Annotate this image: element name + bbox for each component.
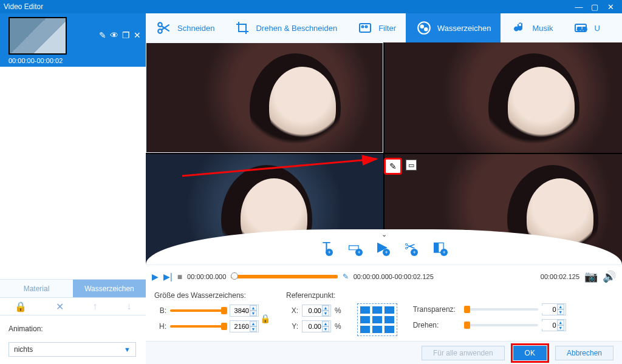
footer: Für alle anwenden OK Abbrechen [146,341,622,364]
arrow-down-icon[interactable]: ↓ [126,301,131,312]
toolbar-cut[interactable]: Schneiden [146,13,224,42]
spin-down-icon[interactable]: ▼ [250,311,257,316]
anchor-br[interactable] [384,326,394,333]
preview-cell-top-left[interactable] [146,42,383,153]
toolbar-subtitle[interactable]: SUB U [562,13,609,42]
add-text-button[interactable]: T+ [323,239,330,255]
edit-marker-icon[interactable]: ✎ [343,272,349,281]
toolbar-rotate-crop[interactable]: Drehen & Beschneiden [224,13,347,42]
rotate-input[interactable]: ▲▼ [542,319,566,331]
toolbar-filter[interactable]: Filter [347,13,406,42]
subtitle-icon: SUB [572,19,589,36]
anchor-tl[interactable] [360,306,370,314]
delete-icon[interactable]: ✕ [134,30,141,40]
spin-up-icon[interactable]: ▲ [322,305,329,311]
spin-up-icon[interactable]: ▲ [322,321,329,326]
timeline-range: 00:00:00.000-00:00:02.125 [354,273,434,280]
main-toolbar: Schneiden Drehen & Beschneiden Filter Wa… [146,13,622,42]
anchor-grid-group [357,291,397,336]
preview-cell-top-right[interactable] [384,42,622,153]
watermark-edit-handle[interactable]: ✎ [384,158,402,175]
maximize-button[interactable]: ▢ [587,2,603,12]
transparency-slider[interactable] [465,308,538,311]
close-button[interactable]: ✕ [603,2,618,12]
add-shape-button[interactable]: ✂+ [405,239,415,255]
x-unit: % [335,306,341,315]
add-effect-button[interactable]: ◧+ [432,239,445,255]
spin-up-icon[interactable]: ▲ [557,320,564,325]
reference-group: Referenzpunkt: X: ▲▼ % Y: ▲▼ % [286,291,341,332]
watermark-controls: Größe des Wasserzeichens: B: ▲▼ H: ▲▼ [146,288,622,341]
arrow-up-icon[interactable]: ↑ [92,301,97,312]
svg-point-3 [362,26,364,28]
spin-up-icon[interactable]: ▲ [557,304,564,309]
sidebar-toolbar: 🔒 ✕ ↑ ↓ [0,297,146,315]
anchor-mr[interactable] [384,316,394,323]
stop-button[interactable]: ■ [177,272,182,281]
y-input[interactable]: ▲▼ [302,320,331,332]
svg-point-4 [366,26,367,28]
svg-point-7 [425,28,427,30]
titlebar: Video Editor — ▢ ✕ [0,0,622,13]
clip-thumbnail[interactable] [9,17,67,55]
spin-down-icon[interactable]: ▼ [557,325,564,331]
lock-aspect-icon[interactable]: 🔒 [260,314,270,323]
timeline-playhead[interactable] [231,272,238,280]
lock-icon[interactable]: 🔒 [15,301,27,312]
timeline-start: 00:00:00.000 [187,273,226,280]
size-group: Größe des Wasserzeichens: B: ▲▼ H: ▲▼ [154,291,270,332]
anchor-grid[interactable] [357,303,397,336]
spin-down-icon[interactable]: ▼ [322,326,329,332]
tab-watermark[interactable]: Wasserzeichen [73,279,146,297]
anchor-bc[interactable] [372,326,382,333]
clip-time-range: 00:00:00-00:00:02 [9,57,63,64]
anchor-tr[interactable] [384,306,394,314]
watermark-image-handle[interactable]: ▭ [406,160,417,170]
eye-icon[interactable]: 👁 [110,30,118,40]
rotate-slider[interactable] [465,324,538,326]
copy-icon[interactable]: ❐ [122,30,130,40]
clip-thumbnail-row: ✎ 👁 ❐ ✕ 00:00:00-00:00:02 [0,13,146,67]
cancel-button[interactable]: Abbrechen [555,346,613,360]
spin-up-icon[interactable]: ▲ [250,305,257,311]
height-input[interactable]: ▲▼ [230,320,259,332]
minimize-button[interactable]: — [571,2,587,12]
camera-icon[interactable]: 📷 [584,270,598,283]
app-title: Video Editor [4,2,43,11]
width-input[interactable]: ▲▼ [230,305,259,317]
pencil-icon[interactable]: ✎ [99,30,106,40]
scissors-icon [156,19,173,36]
spin-up-icon[interactable]: ▲ [250,321,257,326]
anchor-bl[interactable] [360,326,370,333]
svg-point-5 [418,22,430,34]
size-label: Größe des Wasserzeichens: [154,291,270,300]
spin-down-icon[interactable]: ▼ [322,311,329,316]
y-unit: % [335,322,341,331]
ok-button[interactable]: OK [513,346,547,360]
toolbar-watermark[interactable]: Wasserzeichen [406,13,501,42]
chevron-down-icon[interactable]: ⌄ [381,231,387,238]
spin-down-icon[interactable]: ▼ [250,326,257,332]
animation-select[interactable]: nichts ▼ [9,342,136,357]
remove-icon[interactable]: ✕ [56,301,64,312]
toolbar-music[interactable]: Musik [501,13,562,42]
spin-down-icon[interactable]: ▼ [557,309,564,315]
apply-all-button[interactable]: Für alle anwenden [422,346,505,360]
transparency-label: Transparenz: [413,305,462,314]
anchor-ml[interactable] [360,316,370,323]
anchor-tc[interactable] [372,306,382,314]
width-slider[interactable] [170,309,226,312]
height-slider[interactable] [170,325,226,328]
preview-canvas[interactable]: ✎ ▭ ⌄ T+ ▭+ ▶+ ✂+ ◧+ [146,42,622,265]
x-input[interactable]: ▲▼ [302,305,331,317]
play-button[interactable]: ▶ [152,272,159,281]
timeline-end: 00:00:02.125 [541,273,579,280]
transparency-input[interactable]: ▲▼ [542,303,566,315]
anchor-mc[interactable] [372,316,382,323]
step-button[interactable]: ▶| [163,272,173,281]
add-image-button[interactable]: ▭+ [347,239,360,255]
timeline-track[interactable] [231,275,337,278]
speaker-icon[interactable]: 🔊 [603,270,616,283]
add-video-button[interactable]: ▶+ [377,239,388,255]
tab-material[interactable]: Material [0,279,73,297]
